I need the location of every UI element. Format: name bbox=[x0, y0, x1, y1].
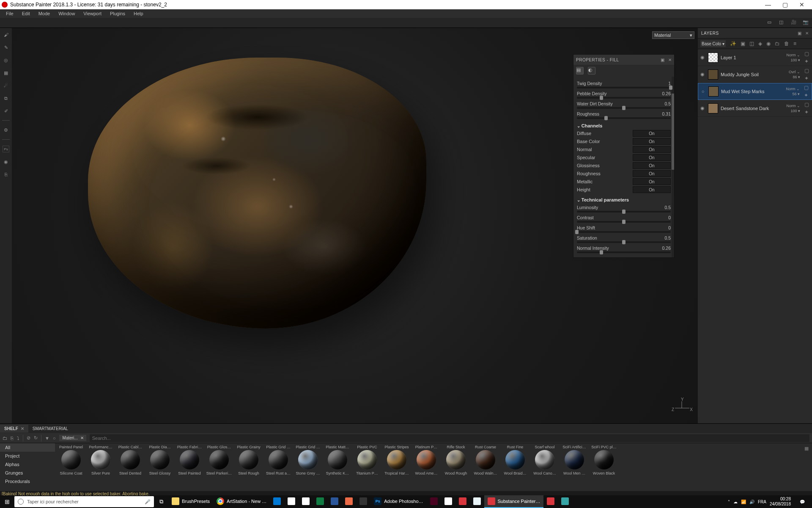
tray-onedrive-icon[interactable]: ☁ bbox=[733, 500, 738, 504]
material-item[interactable]: Plastic Grid …Steel Rust a… bbox=[264, 445, 293, 489]
fill-tool-icon[interactable]: ▦ bbox=[3, 69, 9, 76]
channel-toggle[interactable]: On bbox=[633, 162, 671, 169]
mask-icon[interactable]: ▣ bbox=[741, 41, 745, 47]
taskbar-app[interactable] bbox=[342, 495, 356, 508]
eraser-tool-icon[interactable]: ✎ bbox=[3, 44, 9, 51]
taskbar-app[interactable] bbox=[427, 495, 441, 508]
shelf-hide-icon[interactable]: ⊘ bbox=[27, 435, 30, 441]
material-item[interactable]: Plastic Grid …Stone Grey … bbox=[294, 445, 322, 489]
render-mode-icon[interactable]: ▭ bbox=[767, 19, 774, 26]
menu-edit[interactable]: Edit bbox=[18, 10, 34, 17]
taskbar-app[interactable] bbox=[284, 495, 299, 508]
shelf-import-icon[interactable]: ⤵ bbox=[17, 436, 19, 441]
shelf-search-input[interactable] bbox=[90, 434, 809, 442]
layer-mask-icon[interactable]: ▢ bbox=[804, 102, 810, 108]
clone-tool-icon[interactable]: ⧉ bbox=[3, 95, 9, 102]
menu-window[interactable]: Window bbox=[54, 10, 79, 17]
layer-visibility-icon[interactable]: ◉ bbox=[700, 55, 705, 60]
material-item[interactable]: Plastic Cabl…Steel Dented bbox=[116, 445, 145, 489]
taskbar-app[interactable]: BrushPresets bbox=[168, 495, 213, 508]
add-fill-icon[interactable]: ◈ bbox=[758, 41, 762, 47]
taskbar-app[interactable] bbox=[356, 495, 370, 508]
tray-lang-icon[interactable]: FRA bbox=[758, 500, 766, 504]
taskbar-app[interactable] bbox=[441, 495, 455, 508]
scrollbar[interactable] bbox=[672, 77, 674, 257]
taskbar-app[interactable]: PsAdobe Photosho… bbox=[370, 495, 426, 508]
chip-close-icon[interactable]: ✕ bbox=[80, 436, 84, 440]
shelf-category[interactable]: Project bbox=[0, 452, 55, 460]
material-item[interactable]: Scarf whoolWool Cano… bbox=[530, 445, 559, 489]
material-item[interactable]: Plastic GrainySteel Rough bbox=[234, 445, 263, 489]
slider-normal-intensity[interactable]: Normal Intensity0.26 bbox=[577, 246, 671, 253]
settings-icon[interactable]: ⚙ bbox=[3, 127, 9, 133]
tray-wifi-icon[interactable]: 📶 bbox=[741, 500, 746, 504]
panel-undock-icon[interactable]: ▣ bbox=[661, 58, 665, 62]
slider-roughness[interactable]: Roughness0.31 bbox=[577, 111, 671, 119]
layer-row[interactable]: ◉ Desert Sandstone Dark Norm100 ▾ ▢✦ bbox=[698, 100, 812, 117]
taskbar-app[interactable] bbox=[470, 495, 484, 508]
close-button[interactable]: ✕ bbox=[793, 1, 810, 8]
tray-volume-icon[interactable]: 🔊 bbox=[749, 500, 754, 504]
material-item[interactable]: Rust CoarseWood Waln… bbox=[471, 445, 500, 489]
smudge-tool-icon[interactable]: ☄ bbox=[3, 82, 9, 89]
taskbar-app[interactable] bbox=[543, 495, 558, 508]
layer-visibility-icon[interactable]: ◉ bbox=[700, 105, 705, 111]
taskbar-app[interactable] bbox=[327, 495, 342, 508]
layer-fx-icon[interactable]: ✦ bbox=[804, 75, 810, 81]
taskbar-app[interactable] bbox=[558, 495, 572, 508]
material-item[interactable]: SciFi Artifici…Wool Men … bbox=[560, 445, 589, 489]
panel-close-icon[interactable]: ✕ bbox=[668, 58, 672, 62]
notifications-icon[interactable]: 💬 bbox=[796, 500, 809, 504]
properties-tab-material-icon[interactable]: ◐ bbox=[588, 67, 595, 75]
viewport-mode-select[interactable]: Material▾ bbox=[652, 31, 694, 39]
panel-close-icon[interactable]: ✕ bbox=[805, 31, 809, 36]
shelf-category[interactable]: All bbox=[0, 443, 55, 452]
minimize-button[interactable]: — bbox=[760, 1, 776, 8]
camera-icon[interactable]: 🎥 bbox=[791, 19, 798, 26]
material-item[interactable]: Rust FineWool Braid… bbox=[501, 445, 529, 489]
channels-header[interactable]: Channels bbox=[577, 123, 671, 128]
material-item[interactable]: SciFi PVC pl…Woven Black bbox=[590, 445, 618, 489]
layer-visibility-icon[interactable]: ◉ bbox=[700, 72, 705, 77]
layer-fx-icon[interactable]: ✦ bbox=[804, 58, 810, 64]
channel-toggle[interactable]: On bbox=[633, 130, 671, 137]
taskbar-app[interactable]: ArtStation - New … bbox=[213, 495, 270, 508]
tray-chevron-icon[interactable]: ˄ bbox=[728, 500, 730, 504]
slider-contrast[interactable]: Contrast0 bbox=[577, 215, 671, 223]
fx-icon[interactable]: ✨ bbox=[730, 41, 736, 47]
ps-export-icon[interactable]: Ps bbox=[3, 146, 9, 152]
shelf-new-icon[interactable]: ⎘ bbox=[11, 436, 14, 441]
channel-toggle[interactable]: On bbox=[633, 186, 671, 193]
layer-mask-icon[interactable]: ▢ bbox=[804, 51, 810, 57]
slider-saturation[interactable]: Saturation0.5 bbox=[577, 235, 671, 243]
axis-gizmo[interactable]: Y X Z bbox=[672, 397, 693, 418]
slider-water-dirt-density[interactable]: Water Dirt Density0.5 bbox=[577, 101, 671, 109]
slider-pebble-density[interactable]: Pebble Density0.26 bbox=[577, 91, 671, 99]
add-layer-icon[interactable]: ◫ bbox=[749, 41, 754, 47]
material-item[interactable]: Plastic Fabri…Steel Painted bbox=[175, 445, 204, 489]
picker-tool-icon[interactable]: ✐ bbox=[3, 108, 9, 114]
taskbar-app[interactable]: Substance Painter… bbox=[484, 495, 544, 508]
material-item[interactable]: Plastic Glos…Steel Parkeri… bbox=[205, 445, 233, 489]
material-item[interactable]: Rifle StockWood Rough bbox=[442, 445, 470, 489]
layer-mask-icon[interactable]: ▢ bbox=[804, 85, 810, 91]
panel-undock-icon[interactable]: ▣ bbox=[798, 31, 802, 36]
layer-row[interactable]: ◉ Layer 1 Norm100 ▾ ▢✦ bbox=[698, 49, 812, 66]
channel-toggle[interactable]: On bbox=[633, 138, 671, 145]
add-smart-icon[interactable]: ◉ bbox=[766, 41, 771, 47]
menu-mode[interactable]: Mode bbox=[34, 10, 55, 17]
projection-tool-icon[interactable]: ◎ bbox=[3, 57, 9, 64]
shelf-folder-icon[interactable]: 🗀 bbox=[3, 436, 7, 441]
menu-plugins[interactable]: Plugins bbox=[106, 10, 129, 17]
export-icon[interactable]: ⎘ bbox=[3, 171, 9, 178]
shelf-reload-icon[interactable]: ↻ bbox=[34, 435, 38, 441]
shelf-filter-chip[interactable]: Materi...✕ bbox=[59, 435, 86, 441]
geometry-icon[interactable]: ◫ bbox=[779, 19, 786, 26]
layer-options-icon[interactable]: ≡ bbox=[793, 41, 796, 47]
maximize-button[interactable]: ▢ bbox=[776, 1, 793, 8]
material-item[interactable]: Plastic StripesTropical Har… bbox=[382, 445, 411, 489]
menu-file[interactable]: File bbox=[2, 10, 18, 17]
layer-fx-icon[interactable]: ✦ bbox=[804, 109, 810, 115]
material-item[interactable]: Plastic PVCTitanium P… bbox=[353, 445, 381, 489]
folder-icon[interactable]: 🗀 bbox=[775, 41, 780, 47]
